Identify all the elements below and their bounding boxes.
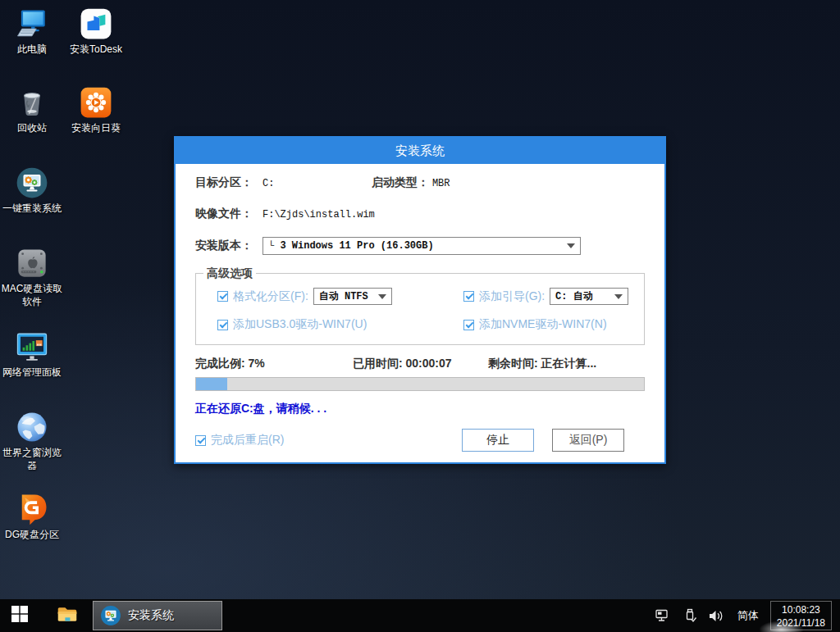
todesk-icon: [79, 7, 113, 41]
desktop-icon-label: 回收站: [1, 122, 63, 135]
desktop-icon-dg-partition[interactable]: DG硬盘分区: [1, 492, 63, 542]
progress-bar: [195, 377, 645, 391]
add-boot-label: 添加引导(G):: [479, 289, 545, 304]
advanced-options-group: 高级选项 格式化分区(F): 自动 NTFS 添加引导(G):: [195, 273, 645, 345]
file-explorer-button[interactable]: [48, 599, 87, 632]
this-pc-icon: [15, 7, 49, 41]
desktop-icon-install-sunflower[interactable]: 安装向日葵: [65, 85, 127, 135]
dialog-title: 安装系统: [395, 143, 445, 159]
progress-percent-label: 完成比例: 7%: [195, 357, 265, 370]
dialog-footer: 完成后重启(R) 停止 返回(P): [195, 429, 645, 452]
chevron-down-icon: [567, 243, 575, 248]
chevron-down-icon: [614, 294, 623, 299]
recycle-bin-icon: [15, 85, 49, 120]
desktop-icon-mac-disk-reader[interactable]: MAC硬盘读取软件: [1, 246, 63, 308]
taskbar-clock[interactable]: 10:08:23 2021/11/18: [770, 601, 832, 630]
windows-logo-icon: [11, 605, 29, 626]
usb-driver-checkbox[interactable]: [217, 320, 228, 330]
taskbar: 安装系统: [0, 599, 840, 632]
install-version-select[interactable]: └ 3 Windows 11 Pro (16.30GB): [262, 237, 581, 255]
nvme-driver-checkbox[interactable]: [463, 320, 474, 330]
desktop-icon-recycle-bin[interactable]: 回收站: [1, 85, 63, 135]
desktop-icon-label: MAC硬盘读取软件: [1, 283, 63, 308]
dialog-titlebar[interactable]: 安装系统: [176, 138, 664, 164]
stop-button[interactable]: 停止: [462, 429, 534, 452]
volume-tray-icon[interactable]: [703, 609, 729, 623]
desktop-icon-label: 一键重装系统: [1, 202, 63, 216]
sunflower-icon: [79, 85, 113, 120]
desktop-icon-world-window-browser[interactable]: 世界之窗浏览器: [1, 410, 63, 472]
status-message: 正在还原C:盘，请稍候. . .: [195, 402, 645, 416]
reinstall-system-icon: [15, 166, 49, 200]
taskbar-item-install-system[interactable]: 安装系统: [93, 601, 222, 630]
target-partition-label: 目标分区：: [195, 175, 262, 190]
usb-tray-icon[interactable]: [677, 608, 703, 623]
reboot-after-finish-option: 完成后重启(R): [195, 433, 284, 448]
back-button[interactable]: 返回(P): [552, 429, 624, 452]
add-boot-checkbox[interactable]: [463, 291, 474, 302]
desktop-icon-label: 安装ToDesk: [65, 43, 127, 57]
elapsed-time-label: 已用时间: 00:00:07: [353, 357, 452, 371]
install-version-row: 安装版本： └ 3 Windows 11 Pro (16.30GB): [195, 237, 645, 255]
network-tray-icon[interactable]: [651, 609, 677, 623]
globe-browser-icon: [15, 410, 49, 444]
network-panel-icon: [15, 330, 49, 364]
add-boot-select[interactable]: C: 自动: [550, 288, 628, 305]
add-boot-value: C: 自动: [555, 289, 593, 303]
desktop-icon-network-panel[interactable]: 网络管理面板: [1, 330, 63, 380]
system-tray: 简体 10:08:23 2021/11/18: [651, 599, 840, 632]
dialog-body: 目标分区：C: 启动类型： MBR 映像文件：F:\Zjds\install.w…: [176, 175, 664, 452]
format-partition-label: 格式化分区(F):: [233, 289, 308, 304]
desktop-icon-label: 此电脑: [1, 43, 63, 57]
start-button[interactable]: [0, 599, 39, 632]
clock-date: 2021/11/18: [777, 616, 825, 630]
taskbar-item-label: 安装系统: [128, 608, 174, 623]
image-file-label: 映像文件：: [195, 207, 262, 221]
chevron-down-icon: [378, 294, 386, 299]
reboot-after-finish-checkbox[interactable]: [195, 435, 206, 446]
desktop-icon-this-pc[interactable]: 此电脑: [1, 7, 63, 57]
format-partition-value: 自动 NTFS: [319, 289, 368, 303]
desktop-icon-label: 网络管理面板: [1, 366, 63, 380]
reboot-after-finish-label: 完成后重启(R): [211, 433, 284, 448]
install-system-task-icon: [100, 605, 121, 626]
progress-stats-row: 完成比例: 7% 已用时间: 00:00:07 剩余时间: 正在计算...: [195, 357, 645, 371]
install-version-label: 安装版本：: [195, 239, 262, 253]
desktop-icon-one-key-reinstall[interactable]: 一键重装系统: [1, 166, 63, 216]
target-partition-row: 目标分区：C: 启动类型： MBR: [195, 175, 645, 190]
format-partition-checkbox[interactable]: [217, 291, 228, 302]
boot-type-group: 启动类型： MBR: [372, 175, 450, 190]
input-method-indicator[interactable]: 简体: [729, 608, 767, 623]
desktop-icon-label: DG硬盘分区: [1, 529, 63, 542]
clock-time: 10:08:23: [777, 603, 825, 616]
boot-type-label: 启动类型：: [372, 175, 429, 190]
boot-type-value: MBR: [432, 178, 450, 189]
nvme-driver-label: 添加NVME驱动-WIN7(N): [479, 317, 607, 332]
image-file-row: 映像文件：F:\Zjds\install.wim: [195, 207, 645, 221]
install-system-dialog: 安装系统 目标分区：C: 启动类型： MBR 映像文件：F:\Zjds\inst…: [174, 136, 666, 464]
target-partition-value: C:: [262, 178, 274, 189]
advanced-options-label: 高级选项: [203, 266, 256, 281]
desktop-icon-label: 世界之窗浏览器: [1, 447, 63, 472]
folder-icon: [57, 605, 78, 626]
usb-driver-label: 添加USB3.0驱动-WIN7(U): [233, 317, 367, 332]
image-file-value: F:\Zjds\install.wim: [262, 209, 375, 221]
install-version-value: └ 3 Windows 11 Pro (16.30GB): [268, 240, 434, 252]
diskgenius-icon: [15, 492, 49, 526]
mac-drive-icon: [15, 246, 49, 280]
desktop: 此电脑 安装ToDesk 回收站: [0, 0, 840, 632]
desktop-icon-label: 安装向日葵: [65, 122, 127, 135]
desktop-icon-install-todesk[interactable]: 安装ToDesk: [65, 7, 127, 57]
progress-bar-fill: [196, 378, 227, 390]
format-partition-select[interactable]: 自动 NTFS: [313, 288, 392, 305]
remaining-time-label: 剩余时间: 正在计算...: [488, 357, 596, 371]
